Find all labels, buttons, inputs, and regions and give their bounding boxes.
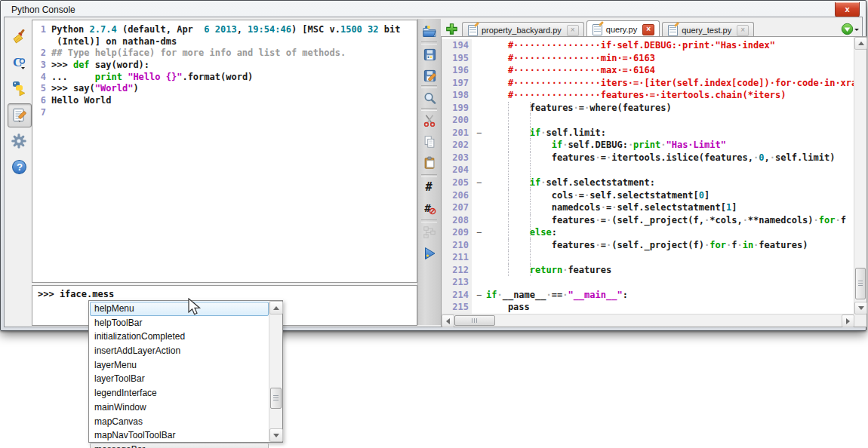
tab-query.py[interactable]: query.py× [586, 20, 660, 38]
console-output[interactable]: 1Python 2.7.4 (default, Apr 6 2013, 19:5… [32, 20, 417, 283]
svg-text:?: ? [17, 161, 23, 173]
scroll-up-button[interactable] [854, 37, 867, 50]
autocomplete-item[interactable]: messageBar [90, 443, 269, 448]
fold-marker[interactable]: − [472, 226, 486, 239]
fold-marker[interactable]: − [472, 289, 486, 302]
fold-margin [472, 89, 486, 102]
line-number: 201 [442, 127, 472, 140]
fold-marker[interactable]: − [472, 127, 486, 140]
scroll-right-button[interactable] [842, 315, 854, 327]
autocomplete-item[interactable]: layerMenu [90, 358, 269, 373]
editor-icon [11, 107, 28, 124]
uncomment-button[interactable]: # [421, 200, 438, 216]
copy-icon [423, 135, 436, 149]
cut-button[interactable] [421, 112, 438, 129]
object-inspector-button[interactable] [421, 224, 438, 241]
uncomment-icon: # [423, 201, 436, 215]
save-button[interactable] [421, 46, 438, 63]
line-number: 208 [442, 214, 472, 227]
scroll-left-button[interactable] [442, 315, 454, 327]
editor-line: 205− if·self.selectstatment: [442, 176, 854, 189]
autocomplete-item[interactable]: helpToolBar [90, 316, 269, 330]
run-script-button[interactable] [421, 245, 438, 262]
fold-margin [472, 139, 486, 152]
open-script-button[interactable] [421, 23, 438, 40]
fold-margin [472, 152, 486, 164]
fold-margin [472, 276, 486, 289]
editor-hscrollbar[interactable] [442, 314, 854, 327]
options-button[interactable] [10, 132, 28, 150]
line-number: 202 [442, 139, 472, 152]
save-as-button[interactable] [421, 67, 438, 84]
autocomplete-item[interactable]: layerToolBar [90, 372, 269, 386]
close-tab-icon[interactable]: × [567, 25, 579, 36]
fold-margin [472, 164, 486, 176]
tab-list-button[interactable] [841, 23, 859, 35]
code-editor[interactable]: 194 #················if·self.DEBUG:·prin… [441, 36, 867, 327]
editor-line: 203 features·=·itertools.islice(features… [442, 152, 854, 164]
tab-query_test.py[interactable]: query_test.py× [662, 22, 754, 38]
fold-margin [472, 201, 486, 214]
paste-button[interactable] [421, 155, 438, 171]
line-number: 203 [442, 152, 472, 164]
scroll-up-button[interactable] [269, 301, 283, 315]
line-number: 205 [442, 176, 472, 189]
editor-line: 211 [442, 251, 854, 264]
editor-line: 209− else: [442, 226, 854, 239]
line-number: 210 [442, 239, 472, 252]
scroll-down-button[interactable] [854, 302, 867, 315]
fold-margin [472, 114, 486, 127]
run-command-button[interactable] [10, 79, 28, 97]
scissors-icon [423, 114, 436, 127]
comment-button[interactable]: # [421, 179, 438, 195]
find-text-button[interactable] [421, 90, 438, 106]
autocomplete-item[interactable]: mapCanvas [90, 415, 269, 429]
script-icon [593, 24, 602, 35]
open-file-icon [422, 24, 437, 39]
save-as-icon [423, 69, 437, 83]
autocomplete-dropdown: helpMenuhelpToolBarinitializationComplet… [88, 300, 283, 443]
autocomplete-item[interactable]: mapNavToolToolBar [90, 428, 269, 443]
console-line: 4... print "Hello {}".format(word) [37, 72, 415, 84]
editor-line: 215 pass [442, 301, 854, 314]
hscroll-thumb[interactable] [454, 315, 495, 326]
class-tree-icon [423, 226, 436, 239]
autocomplete-item[interactable]: initializationCompleted [90, 330, 269, 344]
close-tab-icon[interactable]: × [642, 24, 654, 35]
editor-line: 200 [442, 114, 854, 127]
editor-line: 212 return·features [442, 264, 854, 277]
vscroll-thumb[interactable] [855, 268, 866, 299]
toolbar-separator [421, 85, 437, 88]
fold-margin [472, 251, 486, 264]
titlebar[interactable]: Python Console x [3, 2, 863, 17]
line-number: 209 [442, 226, 472, 239]
autocomplete-item[interactable]: mainWindow [90, 400, 269, 415]
editor-line: 210 features·=·(self._project(f)·for·f·i… [442, 239, 854, 252]
scroll-down-button[interactable] [269, 428, 283, 442]
fold-marker[interactable]: − [472, 176, 486, 189]
console-lines: 1Python 2.7.4 (default, Apr 6 2013, 19:5… [32, 20, 417, 119]
run-icon [422, 246, 437, 261]
import-class-button[interactable]: C [10, 54, 28, 72]
autocomplete-item[interactable]: insertAddLayerAction [90, 344, 269, 358]
help-button[interactable]: ? [10, 158, 28, 176]
plus-icon [445, 23, 458, 35]
line-number: 207 [442, 201, 472, 214]
tab-property_backyard.py[interactable]: property_backyard.py× [462, 22, 584, 38]
autocomplete-scrollbar[interactable] [269, 301, 282, 442]
autocomplete-item[interactable]: helpMenu [90, 302, 269, 316]
copy-button[interactable] [421, 133, 438, 150]
show-editor-button[interactable] [8, 103, 32, 127]
fold-margin [472, 102, 486, 115]
line-number: 211 [442, 251, 472, 264]
vscroll-thumb[interactable] [270, 388, 282, 409]
editor-line: 194 #················if·self.DEBUG:·prin… [442, 39, 854, 52]
window-close-button[interactable]: x [835, 2, 860, 17]
close-tab-icon[interactable]: × [737, 25, 749, 36]
toolbar-separator [421, 41, 437, 44]
clear-console-button[interactable] [10, 28, 28, 46]
new-tab-button[interactable] [445, 23, 458, 35]
editor-line: 201− if·self.limit: [442, 127, 854, 140]
autocomplete-item[interactable]: legendInterface [90, 386, 269, 400]
editor-vscrollbar[interactable] [854, 37, 866, 315]
